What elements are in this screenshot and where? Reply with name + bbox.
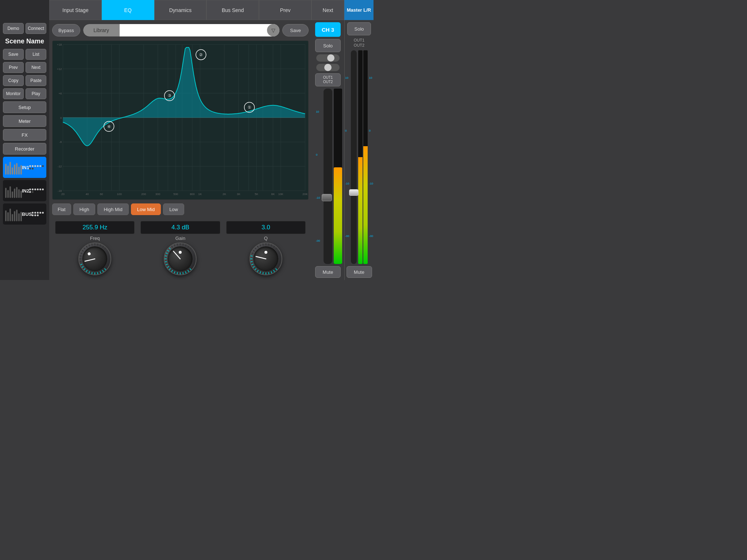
eq-bands-row: Flat High High Mid Low Mid Low xyxy=(52,203,309,216)
q-knob-inner xyxy=(253,246,279,272)
master-fader-track[interactable] xyxy=(351,50,357,264)
freq-knob-container xyxy=(78,242,111,275)
tab-bus-send[interactable]: Bus Send xyxy=(206,0,259,20)
channel-dots-in2 xyxy=(29,188,44,193)
prev-next-row: Prev Next xyxy=(3,62,46,73)
right-sidebar: CH 3 Solo OUT1 OUT2 10 0 -10 -00 xyxy=(311,20,344,280)
channel-faders-bus xyxy=(5,207,22,221)
freq-display: 255.9 Hz xyxy=(55,221,135,234)
master-db-scale-right: 10 0 -10 -00 xyxy=(369,50,374,264)
eq-save-button[interactable]: Save xyxy=(282,24,309,36)
svg-text:-6: -6 xyxy=(59,140,62,144)
nav-tabs: Input Stage EQ Dynamics Bus Send Prev Ne… xyxy=(49,0,344,20)
flat-button[interactable]: Flat xyxy=(52,203,71,215)
play-button[interactable]: Play xyxy=(26,88,46,99)
channel-select-button[interactable]: CH 3 xyxy=(315,22,341,37)
setup-button[interactable]: Setup xyxy=(3,101,46,113)
q-knob-container xyxy=(249,242,282,275)
master-meters xyxy=(358,50,368,264)
svg-text:①: ① xyxy=(248,105,251,109)
library-value[interactable] xyxy=(120,24,280,36)
master-meter-left-fill xyxy=(358,157,363,264)
left-sidebar: Demo Connect Scene Name Save List Prev N… xyxy=(0,20,49,280)
svg-text:②: ② xyxy=(199,52,203,57)
eq-graph[interactable]: +18+12+60-6-12-182040601002003005008001K… xyxy=(52,40,309,200)
copy-button[interactable]: Copy xyxy=(3,75,24,86)
svg-text:-12: -12 xyxy=(58,165,62,168)
monitor-button[interactable]: Monitor xyxy=(3,88,24,99)
gain-knob[interactable] xyxy=(164,242,197,275)
svg-text:5K: 5K xyxy=(255,192,258,196)
solo-button[interactable]: Solo xyxy=(315,39,341,52)
pan-slider-h-thumb[interactable] xyxy=(324,64,332,71)
master-mute-button[interactable]: Mute xyxy=(347,266,372,278)
svg-text:+12: +12 xyxy=(57,67,62,71)
fader-section: 10 0 -10 -00 xyxy=(314,89,322,264)
master-fader-thumb[interactable] xyxy=(349,189,359,196)
channel-strip-in1[interactable]: IN1 xyxy=(3,157,46,178)
demo-connect-row: Demo Connect xyxy=(3,23,46,34)
channel-fader-thumb[interactable] xyxy=(322,194,332,201)
freq-param-group: 255.9 Hz Freq xyxy=(55,221,135,275)
svg-text:20K: 20K xyxy=(302,192,308,196)
channel-fader-track[interactable] xyxy=(324,89,332,264)
gain-knob-container xyxy=(164,242,197,275)
pan-slider-h[interactable] xyxy=(316,64,340,71)
svg-text:8K: 8K xyxy=(271,192,275,196)
recorder-button[interactable]: Recorder xyxy=(3,143,46,155)
high-mid-band-button[interactable]: High Mid xyxy=(97,203,128,215)
low-band-button[interactable]: Low xyxy=(163,203,184,215)
channel-mute-button[interactable]: Mute xyxy=(315,266,341,278)
scene-name-label: Scene Name xyxy=(3,36,46,47)
bypass-button[interactable]: Bypass xyxy=(52,24,80,36)
channel-meter xyxy=(334,89,342,264)
high-band-button[interactable]: High xyxy=(73,203,96,215)
q-knob[interactable] xyxy=(249,242,282,275)
level-slider-h[interactable] xyxy=(316,54,340,62)
channel-faders-in1 xyxy=(5,160,22,175)
library-label: Library xyxy=(83,24,120,36)
tab-eq[interactable]: EQ xyxy=(102,0,154,20)
top-nav: Input Stage EQ Dynamics Bus Send Prev Ne… xyxy=(0,0,374,20)
svg-text:20: 20 xyxy=(61,192,65,196)
channel-name-in2: IN2 xyxy=(22,188,29,194)
master-solo-button[interactable]: Solo xyxy=(347,22,371,35)
level-slider-h-thumb[interactable] xyxy=(327,54,334,62)
meter-button[interactable]: Meter xyxy=(3,115,46,127)
low-mid-band-button[interactable]: Low Mid xyxy=(131,203,161,215)
tab-prev[interactable]: Prev xyxy=(259,0,311,20)
channel-strip-bus[interactable]: BUS xyxy=(3,203,46,225)
svg-text:2K: 2K xyxy=(222,192,226,196)
copy-paste-row: Copy Paste xyxy=(3,75,46,86)
db-scale: 10 0 -10 -00 xyxy=(316,89,320,264)
library-area: Library ▽ xyxy=(83,24,280,36)
nav-spacer xyxy=(0,0,49,20)
master-lr-button[interactable]: Master L/R xyxy=(344,0,374,20)
channel-fader-meter: 10 0 -10 -00 xyxy=(314,89,342,264)
q-knob-indicator xyxy=(264,251,267,254)
svg-text:③: ③ xyxy=(168,93,171,98)
monitor-play-row: Monitor Play xyxy=(3,88,46,99)
svg-text:-18: -18 xyxy=(58,189,62,192)
far-right-panel: Solo OUT1 OUT2 10 0 -10 -00 xyxy=(344,20,374,280)
freq-knob-inner xyxy=(82,246,108,272)
svg-text:0: 0 xyxy=(60,116,62,120)
scene-save-button[interactable]: Save xyxy=(3,49,24,60)
paste-button[interactable]: Paste xyxy=(26,75,46,86)
scene-list-button[interactable]: List xyxy=(26,49,46,60)
freq-knob[interactable] xyxy=(78,242,111,275)
svg-text:40: 40 xyxy=(86,192,89,196)
connect-button[interactable]: Connect xyxy=(26,23,46,34)
tab-input-stage[interactable]: Input Stage xyxy=(49,0,102,20)
scene-prev-button[interactable]: Prev xyxy=(3,62,24,73)
channel-strip-in2[interactable]: IN2 xyxy=(3,180,46,201)
demo-button[interactable]: Demo xyxy=(3,23,24,34)
master-db-scale: 10 0 -10 -00 xyxy=(345,50,349,264)
scene-next-button[interactable]: Next xyxy=(26,62,46,73)
master-out-label: OUT1 OUT2 xyxy=(354,38,364,48)
library-dropdown-button[interactable]: ▽ xyxy=(267,24,279,36)
tab-next[interactable]: Next xyxy=(311,0,344,20)
tab-dynamics[interactable]: Dynamics xyxy=(154,0,207,20)
svg-text:100: 100 xyxy=(117,192,122,196)
fx-button[interactable]: FX xyxy=(3,129,46,141)
